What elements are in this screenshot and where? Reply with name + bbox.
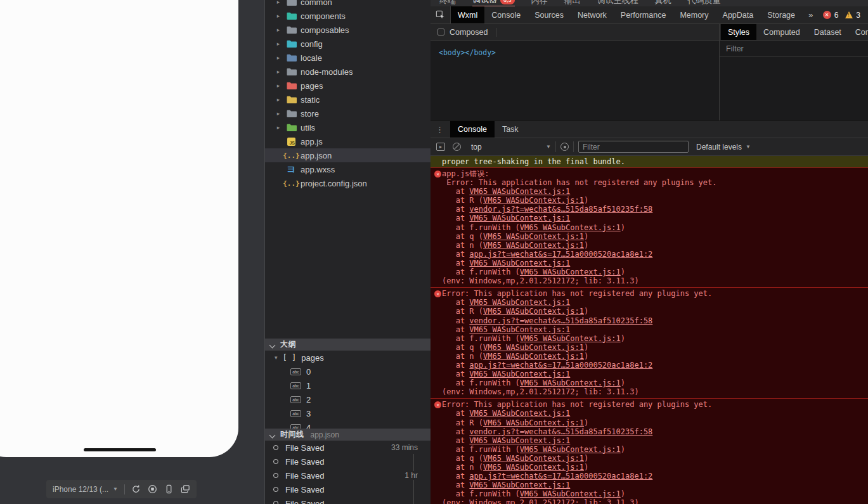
stack-trace-link[interactable]: vendor.js?t=wechat&s…515da85af510235f:58 xyxy=(469,427,652,436)
file-name: composables xyxy=(301,25,349,35)
file-tree-item-config[interactable]: ▸config xyxy=(265,37,431,51)
styles-tab-styles[interactable]: Styles xyxy=(721,24,756,40)
stack-trace-link[interactable]: VM65 WASubContext.js:1 xyxy=(483,454,584,463)
clear-console-icon[interactable] xyxy=(453,143,461,151)
stack-trace-link[interactable]: VM65 WASubContext.js:1 xyxy=(483,352,584,361)
stack-trace-link[interactable]: VM65 WASubContext.js:1 xyxy=(469,325,570,334)
stack-trace-link[interactable]: app.js?t=wechat&s=17…51a0000520ac1a8e1:2 xyxy=(469,250,652,259)
stack-trace-link[interactable]: VM65 WASubContext.js:1 xyxy=(483,307,584,316)
tab-performance[interactable]: Performance xyxy=(614,6,673,23)
stack-trace-link[interactable]: VM65 WASubContext.js:1 xyxy=(520,223,621,232)
phone-icon[interactable] xyxy=(164,484,174,494)
stack-trace-link[interactable]: VM65 WASubContext.js:1 xyxy=(520,378,621,387)
multi-window-icon[interactable] xyxy=(180,484,190,494)
more-tabs-icon[interactable]: » xyxy=(802,6,819,23)
record-stop-icon[interactable] xyxy=(148,484,158,494)
file-tree-item-project.config.json[interactable]: {..}project.config.json xyxy=(265,176,431,190)
file-tree-item-app.js[interactable]: JSapp.js xyxy=(265,134,431,148)
debugger-top-tab[interactable]: 真机 xyxy=(655,0,671,6)
stack-trace-link[interactable]: VM65 WASubContext.js:1 xyxy=(483,232,584,241)
stack-trace-link[interactable]: VM65 WASubContext.js:1 xyxy=(483,418,584,427)
outline-item-1[interactable]: abc1 xyxy=(265,378,431,392)
live-expression-eye-icon[interactable] xyxy=(560,143,569,151)
tab-memory[interactable]: Memory xyxy=(673,6,715,23)
stack-trace-link[interactable]: VM65 WASubContext.js:1 xyxy=(469,187,570,196)
stack-trace-link[interactable]: VM65 WASubContext.js:1 xyxy=(469,370,570,378)
stack-trace-link[interactable]: app.js?t=wechat&s=17…51a0000520ac1a8e1:2 xyxy=(469,361,652,370)
timeline-entry[interactable]: File Saved xyxy=(265,455,431,468)
debugger-top-tab[interactable]: 内存 xyxy=(531,0,548,6)
tab-wxml[interactable]: Wxml xyxy=(451,6,484,23)
timeline-entry[interactable]: File Saved33 mins xyxy=(265,441,431,455)
file-tree-item-utils[interactable]: ▸utils xyxy=(265,120,431,134)
kebab-menu-icon[interactable]: ⋮ xyxy=(431,125,448,134)
stack-trace-link[interactable]: VM65 WASubContext.js:1 xyxy=(483,343,584,352)
tab-console[interactable]: Console xyxy=(484,6,528,23)
outline-section-header[interactable]: 大纲 xyxy=(265,339,431,351)
stack-pre: at xyxy=(442,427,469,436)
tab-storage[interactable]: Storage xyxy=(760,6,802,23)
styles-tab-computed[interactable]: Computed xyxy=(756,24,807,40)
console-tab-console[interactable]: Console xyxy=(450,121,495,138)
stack-trace-link[interactable]: app.js?t=wechat&s=17…51a0000520ac1a8e1:2 xyxy=(469,472,652,481)
stack-trace-link[interactable]: VM65 WASubContext.js:1 xyxy=(469,409,570,418)
rotate-icon[interactable] xyxy=(131,484,141,494)
timeline-section-header[interactable]: 时间线 app.json xyxy=(265,429,431,441)
file-tree-item-pages[interactable]: ▸pages xyxy=(265,79,431,93)
file-tree-item-static[interactable]: ▸static xyxy=(265,93,431,107)
stack-trace-link[interactable]: VM65 WASubContext.js:1 xyxy=(469,214,570,223)
device-selector[interactable]: iPhone 12/13 (... ▼ xyxy=(53,485,118,494)
stack-trace-link[interactable]: vendor.js?t=wechat&s…515da85af510235f:58 xyxy=(469,316,652,325)
debugger-top-tab[interactable]: 输出 xyxy=(564,0,581,6)
stack-trace-link[interactable]: VM65 WASubContext.js:1 xyxy=(520,268,621,276)
file-name: static xyxy=(301,95,320,105)
stack-trace-link[interactable]: VM65 WASubContext.js:1 xyxy=(483,463,584,472)
stack-trace-link[interactable]: VM65 WASubContext.js:1 xyxy=(520,489,621,498)
console-filter-input[interactable] xyxy=(578,141,689,153)
timeline-entry[interactable]: File Saved xyxy=(265,482,431,496)
styles-tab-component[interactable]: Component xyxy=(848,24,868,40)
body-element-node[interactable]: <body></body> xyxy=(439,48,496,57)
tab-sources[interactable]: Sources xyxy=(528,6,571,23)
file-tree-item-app.wxss[interactable]: ヨapp.wxss xyxy=(265,162,431,176)
warning-badge-icon[interactable]: ! xyxy=(845,11,853,18)
stack-trace-link[interactable]: vendor.js?t=wechat&s…515da85af510235f:58 xyxy=(469,205,652,214)
stack-trace-link[interactable]: VM65 WASubContext.js:1 xyxy=(483,196,584,205)
composed-checkbox[interactable] xyxy=(437,29,444,36)
timeline-entry[interactable]: File Saved1 hr xyxy=(265,468,431,482)
debugger-top-tab[interactable]: 代码质量 xyxy=(688,0,721,6)
stack-trace-link[interactable]: VM65 WASubContext.js:1 xyxy=(483,241,584,250)
file-tree-item-locale[interactable]: ▸locale xyxy=(265,51,431,65)
console-tab-task[interactable]: Task xyxy=(495,121,526,138)
styles-tab-dataset[interactable]: Dataset xyxy=(807,24,848,40)
inspect-element-icon[interactable] xyxy=(431,6,451,23)
debugger-top-tab[interactable]: 调试器6,3 xyxy=(472,0,515,6)
debugger-top-tab[interactable]: 调试主线程 xyxy=(597,0,638,6)
console-sidebar-toggle-icon[interactable] xyxy=(436,143,445,151)
timeline-entry[interactable]: File Saved xyxy=(265,496,431,504)
outline-item-2[interactable]: abc2 xyxy=(265,392,431,406)
file-tree-item-composables[interactable]: ▸composables xyxy=(265,23,431,37)
tab-appdata[interactable]: AppData xyxy=(716,6,761,23)
tab-network[interactable]: Network xyxy=(571,6,614,23)
file-tree-item-store[interactable]: ▸store xyxy=(265,107,431,120)
stack-trace-link[interactable]: VM65 WASubContext.js:1 xyxy=(520,334,621,343)
file-tree-item-common[interactable]: ▸common xyxy=(265,0,431,9)
error-badge-icon[interactable]: ✕ xyxy=(823,11,831,19)
outline-item-pages[interactable]: ▾[ ]pages xyxy=(265,351,431,365)
stack-trace-link[interactable]: VM65 WASubContext.js:1 xyxy=(469,259,570,268)
stack-trace-link[interactable]: VM65 WASubContext.js:1 xyxy=(469,481,570,489)
file-tree-item-components[interactable]: ▸components xyxy=(265,9,431,23)
outline-item-4[interactable]: abc4 xyxy=(265,420,431,429)
outline-item-3[interactable]: abc3 xyxy=(265,406,431,420)
outline-item-0[interactable]: abc0 xyxy=(265,365,431,378)
file-tree-item-node-modules[interactable]: ▸node-modules xyxy=(265,65,431,79)
stack-trace-link[interactable]: VM65 WASubContext.js:1 xyxy=(520,445,621,454)
file-tree-item-app.json[interactable]: {..}app.json xyxy=(265,148,431,162)
stack-trace-link[interactable]: VM65 WASubContext.js:1 xyxy=(469,436,570,445)
stack-trace-link[interactable]: VM65 WASubContext.js:1 xyxy=(469,298,570,307)
execution-context-selector[interactable]: top ▼ xyxy=(471,143,551,152)
styles-filter-input[interactable]: Filter xyxy=(720,41,868,57)
debugger-top-tab[interactable]: 终端 xyxy=(439,0,456,6)
log-levels-selector[interactable]: Default levels ▼ xyxy=(696,143,751,152)
